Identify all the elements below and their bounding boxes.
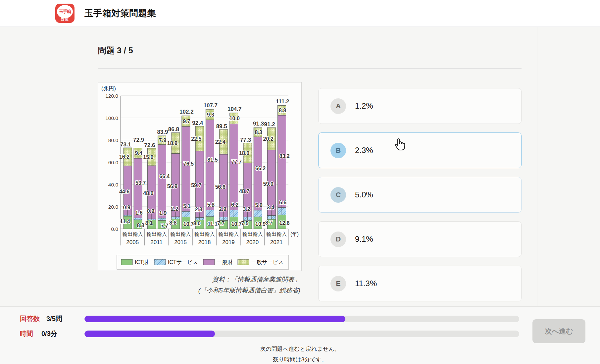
svg-text:91.2: 91.2: [264, 121, 275, 128]
svg-text:18.0: 18.0: [239, 150, 249, 156]
svg-text:2020: 2020: [246, 239, 259, 245]
time-progress-fill: [84, 331, 215, 337]
svg-text:53.7: 53.7: [135, 180, 146, 186]
svg-text:86.8: 86.8: [168, 126, 179, 132]
svg-text:104.7: 104.7: [227, 106, 242, 112]
answered-progress-fill: [84, 316, 345, 322]
svg-text:48.0: 48.0: [143, 190, 153, 196]
svg-text:2021: 2021: [270, 239, 283, 245]
answer-option-E[interactable]: E11.3%: [318, 266, 522, 301]
answered-count-label: 回答数: [20, 314, 40, 323]
svg-text:7.7: 7.7: [161, 223, 168, 229]
bar-segment: [230, 124, 238, 210]
source-line-1: 資料：「情報通信産業連関表」: [98, 274, 300, 285]
footer-note-1: 次の問題へ進むと戻れません。: [0, 345, 600, 353]
svg-text:77.3: 77.3: [240, 137, 251, 143]
option-label: 2.3%: [355, 146, 373, 155]
svg-text:10.0: 10.0: [229, 116, 240, 121]
option-label: 5.0%: [355, 190, 373, 199]
svg-text:0.9: 0.9: [123, 205, 130, 210]
question-progress-title: 問題 3 / 5: [98, 45, 133, 56]
svg-text:1.6: 1.6: [135, 210, 142, 216]
svg-text:2011: 2011: [150, 239, 163, 245]
svg-text:8.1: 8.1: [145, 220, 153, 226]
svg-text:72.6: 72.6: [144, 142, 155, 148]
svg-text:89.5: 89.5: [216, 123, 227, 130]
next-button[interactable]: 次へ進む: [532, 319, 585, 343]
svg-text:7.7: 7.7: [217, 221, 225, 226]
svg-text:2015: 2015: [174, 239, 187, 245]
chart-bars: 2005輸出11.40.944.616.273.1輸入8.31.653.79.4…: [119, 98, 290, 245]
svg-text:1.9: 1.9: [159, 210, 167, 216]
answer-option-B[interactable]: B2.3%: [318, 132, 522, 168]
chart-panel: 0.020.040.060.080.0100.0120.0(兆円)(年)2005…: [98, 82, 302, 271]
svg-text:60.0: 60.0: [108, 160, 119, 165]
chart-source-note: 資料：「情報通信産業連関表」 (『令和5年版情報通信白書』総務省): [98, 274, 300, 296]
svg-text:一般財: 一般財: [217, 259, 233, 265]
svg-text:107.7: 107.7: [204, 102, 218, 109]
app-title: 玉手箱対策問題集: [84, 0, 156, 26]
svg-text:83.2: 83.2: [279, 153, 290, 159]
svg-text:73.1: 73.1: [120, 141, 131, 148]
svg-text:59.7: 59.7: [191, 182, 201, 188]
svg-text:16.2: 16.2: [119, 154, 129, 160]
svg-text:48.7: 48.7: [239, 188, 249, 194]
logo-text-sub: 対策: [55, 17, 75, 22]
footer-note-2: 残り時間は3分です。: [0, 356, 600, 363]
answer-option-A[interactable]: A1.2%: [318, 88, 522, 124]
svg-text:18.9: 18.9: [167, 140, 177, 146]
stacked-bar-chart: 0.020.040.060.080.0100.0120.0(兆円)(年)2005…: [98, 82, 301, 271]
option-label: 9.1%: [355, 234, 373, 244]
app-logo-icon: 玉手箱 対策: [55, 4, 75, 23]
svg-text:3.4: 3.4: [267, 205, 274, 210]
svg-text:66.4: 66.4: [159, 174, 170, 179]
svg-text:111.2: 111.2: [276, 98, 289, 105]
svg-text:83.9: 83.9: [157, 129, 168, 135]
svg-text:8.3: 8.3: [137, 223, 144, 228]
svg-text:輸出: 輸出: [267, 231, 276, 237]
bar-segment: [206, 120, 214, 210]
question-divider: [98, 68, 522, 69]
source-line-2: (『令和5年版情報通信白書』総務省): [98, 285, 300, 296]
legend-swatch-3: [203, 259, 215, 265]
svg-text:11.4: 11.4: [120, 219, 130, 224]
svg-text:7.9: 7.9: [159, 137, 166, 143]
svg-text:(兆円): (兆円): [101, 85, 116, 91]
svg-text:9.3: 9.3: [207, 112, 214, 118]
svg-text:輸入: 輸入: [157, 231, 167, 237]
svg-text:2005: 2005: [126, 239, 139, 245]
svg-text:9.4: 9.4: [135, 150, 142, 156]
svg-text:56.9: 56.9: [167, 183, 177, 189]
option-badge: D: [330, 232, 346, 247]
answer-option-C[interactable]: C5.0%: [318, 177, 522, 213]
chart-legend: ICT財ICTサービス一般財一般サービス: [117, 255, 289, 269]
answer-option-D[interactable]: D9.1%: [318, 221, 522, 257]
svg-text:102.2: 102.2: [179, 109, 194, 115]
legend-swatch-4: [238, 259, 249, 265]
footer-status-bar: 回答数 3/5問 時間 0/3分 次へ進む 次の問題へ進むと戻れません。 残り時…: [0, 306, 600, 364]
svg-text:20.0: 20.0: [108, 204, 119, 210]
option-badge: C: [330, 187, 346, 203]
svg-text:輸出: 輸出: [243, 231, 253, 237]
svg-text:輸入: 輸入: [133, 231, 143, 237]
option-badge: E: [330, 276, 346, 291]
svg-text:一般サービス: 一般サービス: [251, 259, 283, 265]
svg-text:72.9: 72.9: [133, 137, 144, 143]
bar-segment: [158, 144, 166, 218]
svg-text:輸出: 輸出: [219, 231, 228, 237]
bar-segment: [134, 158, 142, 218]
svg-text:輸入: 輸入: [253, 231, 263, 237]
svg-text:2.3: 2.3: [195, 207, 202, 212]
svg-text:11.1: 11.1: [208, 221, 218, 227]
quiz-page: 玉手箱 対策 玉手箱対策問題集 問題 3 / 5 0.020.040.060.0…: [0, 0, 600, 364]
svg-text:ICT財: ICT財: [135, 259, 149, 265]
legend-swatch-1: [121, 259, 132, 265]
answer-options-list: A1.2%B2.3%C5.0%D9.1%E11.3%: [318, 88, 522, 310]
svg-text:9.7: 9.7: [183, 119, 190, 124]
svg-text:2.9: 2.9: [219, 206, 226, 212]
app-header: 玉手箱 対策 玉手箱対策問題集: [0, 0, 600, 27]
svg-text:ICTサービス: ICTサービス: [168, 259, 198, 265]
time-progress-track: [84, 331, 519, 337]
svg-text:100.0: 100.0: [105, 115, 118, 121]
logo-text-main: 玉手箱: [59, 9, 71, 15]
